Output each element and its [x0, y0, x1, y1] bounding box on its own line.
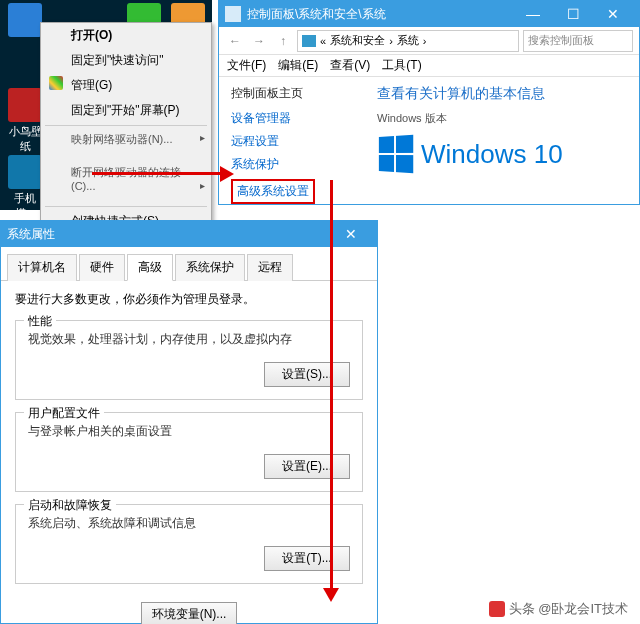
desktop-icon-computer[interactable] — [5, 3, 45, 39]
page-heading: 查看有关计算机的基本信息 — [377, 85, 631, 103]
titlebar[interactable]: 控制面板\系统和安全\系统 — ☐ ✕ — [219, 1, 639, 27]
up-button[interactable]: ↑ — [273, 31, 293, 51]
menu-view[interactable]: 查看(V) — [330, 57, 370, 74]
close-button[interactable]: ✕ — [593, 6, 633, 22]
link-remote[interactable]: 远程设置 — [231, 133, 357, 150]
edition-label: Windows 版本 — [377, 111, 631, 126]
group-title: 用户配置文件 — [24, 405, 104, 422]
tabs: 计算机名 硬件 高级 系统保护 远程 — [1, 247, 377, 281]
tab-protection[interactable]: 系统保护 — [175, 254, 245, 281]
menu-tools[interactable]: 工具(T) — [382, 57, 421, 74]
settings-t-button[interactable]: 设置(T)... — [264, 546, 350, 571]
ctx-pin-quick[interactable]: 固定到"快速访问" — [41, 48, 211, 73]
system-properties-dialog: 系统属性 ✕ 计算机名 硬件 高级 系统保护 远程 要进行大多数更改，你必须作为… — [0, 220, 378, 624]
minimize-button[interactable]: — — [513, 6, 553, 22]
watermark-text: 头条 @卧龙会IT技术 — [509, 600, 628, 618]
sidebar: 控制面板主页 设备管理器 远程设置 系统保护 高级系统设置 — [219, 77, 369, 204]
dialog-title: 系统属性 — [7, 226, 55, 243]
link-advanced-system[interactable]: 高级系统设置 — [231, 179, 315, 204]
group-desc: 视觉效果，处理器计划，内存使用，以及虚拟内存 — [28, 331, 350, 348]
sidebar-header: 控制面板主页 — [231, 85, 357, 102]
windows-icon — [379, 135, 413, 173]
tab-remote[interactable]: 远程 — [247, 254, 293, 281]
link-protect[interactable]: 系统保护 — [231, 156, 357, 173]
icon-label: 小鸟壁纸 — [9, 125, 42, 152]
window-title: 控制面板\系统和安全\系统 — [247, 6, 386, 23]
pc-icon — [302, 35, 316, 47]
admin-message: 要进行大多数更改，你必须作为管理员登录。 — [15, 291, 363, 308]
separator — [45, 125, 207, 126]
ctx-pin-start[interactable]: 固定到"开始"屏幕(P) — [41, 98, 211, 123]
shield-icon — [49, 76, 63, 90]
desktop-icon-bird[interactable]: 小鸟壁纸 — [5, 88, 45, 154]
cp-content: 查看有关计算机的基本信息 Windows 版本 Windows 10 — [369, 77, 639, 204]
ctx-disconnect[interactable]: 断开网络驱动器的连接(C)... — [41, 161, 211, 196]
settings-s-button[interactable]: 设置(S)... — [264, 362, 350, 387]
dialog-body: 要进行大多数更改，你必须作为管理员登录。 性能 视觉效果，处理器计划，内存使用，… — [1, 281, 377, 624]
separator — [45, 206, 207, 207]
forward-button[interactable]: → — [249, 31, 269, 51]
back-button[interactable]: ← — [225, 31, 245, 51]
control-panel-window: 控制面板\系统和安全\系统 — ☐ ✕ ← → ↑ « 系统和安全› 系统› 搜… — [218, 0, 640, 205]
tab-computername[interactable]: 计算机名 — [7, 254, 77, 281]
search-input[interactable]: 搜索控制面板 — [523, 30, 633, 52]
group-title: 性能 — [24, 313, 56, 330]
breadcrumb[interactable]: « 系统和安全› 系统› — [297, 30, 519, 52]
menu-edit[interactable]: 编辑(E) — [278, 57, 318, 74]
windows-logo: Windows 10 — [377, 136, 631, 172]
env-variables-button[interactable]: 环境变量(N)... — [141, 602, 238, 624]
group-performance: 性能 视觉效果，处理器计划，内存使用，以及虚拟内存 设置(S)... — [15, 320, 363, 400]
group-desc: 系统启动、系统故障和调试信息 — [28, 515, 350, 532]
maximize-button[interactable]: ☐ — [553, 6, 593, 22]
ctx-open[interactable]: 打开(O) — [41, 23, 211, 48]
group-profiles: 用户配置文件 与登录帐户相关的桌面设置 设置(E)... — [15, 412, 363, 492]
group-desc: 与登录帐户相关的桌面设置 — [28, 423, 350, 440]
menu-file[interactable]: 文件(F) — [227, 57, 266, 74]
tab-advanced[interactable]: 高级 — [127, 254, 173, 281]
dialog-titlebar[interactable]: 系统属性 ✕ — [1, 221, 377, 247]
group-title: 启动和故障恢复 — [24, 497, 116, 514]
watermark: 头条 @卧龙会IT技术 — [489, 600, 628, 618]
menubar: 文件(F) 编辑(E) 查看(V) 工具(T) — [219, 55, 639, 77]
watermark-icon — [489, 601, 505, 617]
tab-hardware[interactable]: 硬件 — [79, 254, 125, 281]
window-icon — [225, 6, 241, 22]
link-device-manager[interactable]: 设备管理器 — [231, 110, 357, 127]
icon-label: 手机模... — [14, 192, 36, 219]
ctx-manage[interactable]: 管理(G) — [41, 73, 211, 98]
close-button[interactable]: ✕ — [331, 226, 371, 242]
ctx-map-drive[interactable]: 映射网络驱动器(N)... — [41, 128, 211, 151]
group-startup: 启动和故障恢复 系统启动、系统故障和调试信息 设置(T)... — [15, 504, 363, 584]
nav-toolbar: ← → ↑ « 系统和安全› 系统› 搜索控制面板 — [219, 27, 639, 55]
settings-e-button[interactable]: 设置(E)... — [264, 454, 350, 479]
desktop-icon-phone[interactable]: 手机模... — [5, 155, 45, 221]
